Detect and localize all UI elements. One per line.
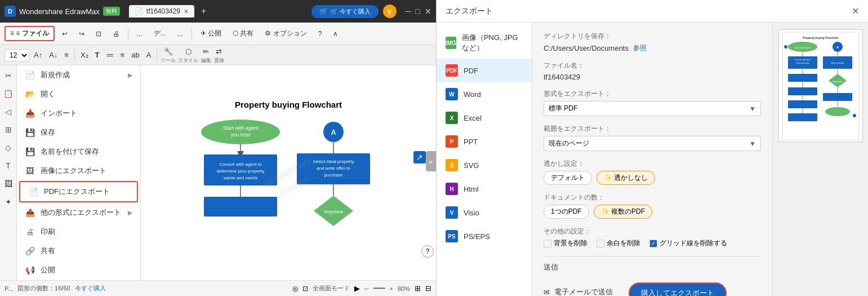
check-bg-remove[interactable]: 背景を削除 bbox=[544, 238, 587, 248]
frame-button[interactable]: ⊡ bbox=[302, 285, 308, 293]
help-bubble[interactable]: ? bbox=[421, 245, 434, 258]
menu-item-export-other[interactable]: 📤 他の形式にエクスポート ▶ bbox=[17, 203, 140, 222]
image-icon[interactable]: 🖼 bbox=[2, 177, 15, 191]
format-bar: 12 A↑ A↓ ≡ X₂ T ≔ ≡ ab A 🔧 ツール ⬡ スタイル ✏ … bbox=[0, 45, 436, 65]
format-item-excel[interactable]: X Excel bbox=[437, 106, 532, 130]
subscript-button[interactable]: X₂ bbox=[78, 50, 91, 60]
publish-button[interactable]: ✈ 公開 bbox=[197, 26, 225, 41]
menu-item-open[interactable]: 📂 開く bbox=[17, 85, 140, 104]
minus-icon[interactable]: ─ bbox=[364, 285, 369, 292]
design-button[interactable]: デ... bbox=[150, 26, 170, 41]
format-item-ppt[interactable]: P PPT bbox=[437, 130, 532, 153]
svg-text:Select ideal property: Select ideal property bbox=[313, 159, 354, 164]
watermark-none-button[interactable]: ✨ 透かしなし bbox=[597, 171, 655, 185]
menu-item-share[interactable]: 🔗 共有 bbox=[17, 241, 140, 260]
format-item-html[interactable]: H Html bbox=[437, 177, 532, 201]
menu-item-publish[interactable]: 📢 公開 bbox=[17, 260, 140, 280]
align-button[interactable]: ≡ bbox=[62, 50, 71, 60]
zoom-button[interactable]: ⊟ bbox=[425, 284, 431, 293]
clip-icon[interactable]: 📋 bbox=[2, 87, 15, 100]
ab-button[interactable]: ab bbox=[129, 50, 141, 60]
email-send-item[interactable]: ✉ 電子メールで送信 購入してエクスポート bbox=[544, 277, 761, 296]
bg-remove-checkbox[interactable] bbox=[544, 240, 551, 248]
help-button[interactable]: ? bbox=[314, 28, 326, 40]
buy-now-button[interactable]: 🛒 🛒 今すぐ購入 bbox=[311, 5, 379, 18]
edit-label: 編集 bbox=[201, 57, 211, 64]
fit-button[interactable]: ⊞ bbox=[415, 284, 421, 293]
template-icon[interactable]: ⊞ bbox=[2, 123, 15, 136]
avatar[interactable]: y bbox=[383, 5, 397, 18]
range-select[interactable]: 現在のページ ▼ bbox=[544, 136, 761, 151]
format-item-pdf[interactable]: PDF PDF bbox=[437, 59, 532, 82]
grid-remove-checkbox[interactable]: ✓ bbox=[649, 240, 657, 248]
svg-text:determine your property: determine your property bbox=[217, 169, 265, 174]
play-button[interactable]: ▶ bbox=[354, 284, 360, 293]
browse-button[interactable]: 参照 bbox=[633, 43, 647, 53]
save-button[interactable]: ⊡ bbox=[92, 28, 105, 40]
format-item-image[interactable]: IMG 画像（PNG, JPG など） bbox=[437, 27, 532, 59]
format-item-word[interactable]: W Word bbox=[437, 82, 532, 106]
print-button[interactable]: 🖨 bbox=[109, 28, 123, 40]
list-button[interactable]: ≔ bbox=[104, 50, 116, 60]
undo-button[interactable]: ↩ bbox=[58, 28, 72, 40]
multi-pdf-button[interactable]: ✨ 複数のPDF bbox=[594, 205, 652, 219]
menu-item-export-image[interactable]: 🖼 画像にエクスポート bbox=[17, 161, 140, 180]
close-button[interactable]: ✕ bbox=[425, 7, 431, 16]
zoom-slider[interactable]: ━━━ bbox=[373, 285, 385, 292]
format-item-pseps[interactable]: PS PS/EPS bbox=[437, 224, 532, 248]
font-select[interactable]: 12 bbox=[5, 49, 29, 61]
new-tab-button[interactable]: + bbox=[201, 6, 206, 16]
file-menu-button[interactable]: ≡ ≡ ファイル ≡ ファイル bbox=[5, 26, 55, 41]
margin-remove-checkbox[interactable] bbox=[597, 240, 604, 248]
menu-item-save-as[interactable]: 💾 名前を付けて保存 bbox=[17, 142, 140, 161]
menu-item-save[interactable]: 💾 保存 bbox=[17, 123, 140, 142]
active-tab[interactable]: 📄 tf16403429 ✕ bbox=[129, 5, 194, 17]
edit-icon[interactable]: ✏ bbox=[201, 46, 211, 57]
tools-icon[interactable]: 🔧 bbox=[162, 46, 175, 57]
tab-close-button[interactable]: ✕ bbox=[184, 8, 189, 15]
select-button[interactable]: ◎ bbox=[292, 285, 298, 293]
color-button[interactable]: A bbox=[144, 50, 154, 60]
buy-export-button[interactable]: 購入してエクスポート bbox=[629, 282, 727, 296]
export-format-select[interactable]: 標準 PDF ▼ bbox=[544, 101, 761, 116]
dots2-button[interactable]: ... bbox=[173, 28, 187, 40]
check-grid-remove[interactable]: ✓ グリッド線を削除する bbox=[649, 238, 727, 248]
replace-icon[interactable]: ⇄ bbox=[213, 46, 224, 57]
arrow-left-icon[interactable]: ◁ bbox=[2, 105, 15, 118]
indent-button[interactable]: ≡ bbox=[118, 50, 127, 60]
canvas-area[interactable]: Property buying Flowchart Start with age… bbox=[141, 65, 436, 280]
cut-icon[interactable]: ✂ bbox=[2, 69, 15, 82]
format-item-visio[interactable]: V Visio bbox=[437, 201, 532, 224]
plus-icon[interactable]: + bbox=[390, 285, 393, 292]
shapes-icon[interactable]: ◇ bbox=[2, 141, 15, 154]
menu-item-import[interactable]: 📥 インポート bbox=[17, 104, 140, 123]
buy-now-bottom[interactable]: 今すぐ購入 bbox=[75, 284, 106, 293]
dots-button[interactable]: ... bbox=[133, 28, 146, 40]
bold-button[interactable]: T bbox=[93, 50, 102, 60]
watermark-default-button[interactable]: デフォルト bbox=[544, 171, 592, 185]
options-button[interactable]: ⚙ オプション bbox=[261, 26, 310, 41]
save-icon: 💾 bbox=[25, 128, 35, 137]
panel-collapse-button[interactable]: « bbox=[426, 151, 436, 171]
style-icon[interactable]: ⬡ bbox=[183, 46, 194, 57]
chevron-up-button[interactable]: ∧ bbox=[329, 28, 342, 40]
menu-item-print[interactable]: 🖨 印刷 bbox=[17, 222, 140, 241]
share-button[interactable]: ⬡ 共有 bbox=[229, 26, 257, 41]
font-grow-button[interactable]: A↑ bbox=[32, 50, 44, 60]
menu-item-new[interactable]: 📄 新規作成 ▶ bbox=[17, 65, 140, 85]
text-icon[interactable]: T bbox=[2, 159, 15, 173]
font-shrink-button[interactable]: A↓ bbox=[47, 50, 60, 60]
check-margin-remove[interactable]: 余白を削除 bbox=[597, 238, 640, 248]
shape-count: 図形の個数：16/60 bbox=[17, 284, 70, 293]
menu-item-export-pdf[interactable]: 📄 PDFにエクスポート bbox=[19, 181, 138, 202]
maximize-button[interactable]: □ bbox=[416, 7, 420, 16]
ai-icon[interactable]: ✦ bbox=[2, 195, 15, 209]
expand-button[interactable]: ↗ bbox=[413, 151, 426, 164]
redo-button[interactable]: ↪ bbox=[75, 28, 88, 40]
minimize-button[interactable]: ─ bbox=[406, 7, 411, 16]
single-pdf-button[interactable]: 1つのPDF bbox=[544, 205, 589, 219]
dialog-close-button[interactable]: ✕ bbox=[852, 6, 859, 16]
format-item-svg[interactable]: S SVG bbox=[437, 153, 532, 177]
directory-row: ディレクトリを保存： C:/Users/User/Documents 参照 bbox=[544, 32, 761, 53]
edit-group: ✏ 編集 bbox=[201, 46, 211, 64]
